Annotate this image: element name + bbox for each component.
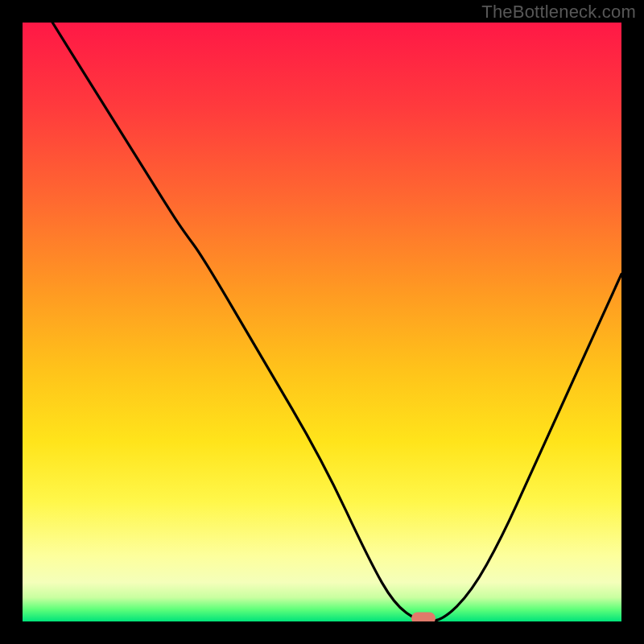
watermark-text: TheBottleneck.com [481, 2, 636, 23]
plot-area [23, 23, 621, 621]
optimum-marker [411, 613, 436, 622]
curve-path [52, 23, 621, 621]
chart-frame: TheBottleneck.com [0, 0, 644, 644]
bottleneck-curve [23, 23, 621, 621]
